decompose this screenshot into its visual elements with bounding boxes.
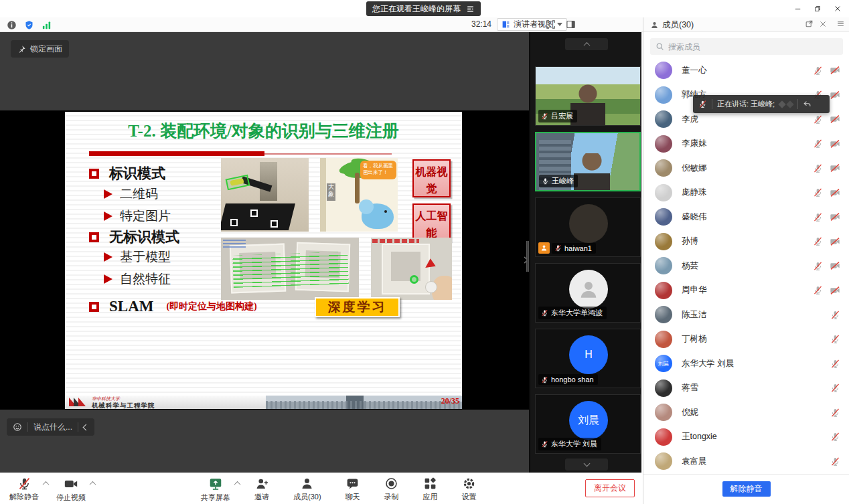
emoji-icon[interactable] bbox=[13, 422, 22, 432]
video-thumbnail[interactable]: 吕宏展 bbox=[535, 66, 641, 126]
member-row[interactable]: 王tongxie bbox=[643, 425, 849, 450]
record-button[interactable]: 录制 bbox=[384, 477, 399, 503]
leave-meeting-button[interactable]: 离开会议 bbox=[585, 479, 635, 497]
mic-muted-icon[interactable] bbox=[813, 139, 823, 149]
security-shield-icon[interactable] bbox=[24, 20, 34, 30]
member-row[interactable]: 蒋雪 bbox=[643, 376, 849, 401]
mic-muted-icon bbox=[541, 376, 548, 384]
slide-title: T-2. 装配环境/对象的识别与三维注册 bbox=[65, 120, 462, 142]
collapse-thumbnails-up-button[interactable] bbox=[565, 38, 608, 50]
member-row[interactable]: 袁富晨 bbox=[643, 449, 849, 474]
camera-off-icon[interactable] bbox=[830, 139, 840, 149]
member-row[interactable]: 丁树杨 bbox=[643, 327, 849, 352]
camera-off-icon[interactable] bbox=[830, 260, 840, 271]
reply-icon[interactable] bbox=[803, 100, 812, 108]
camera-off-icon[interactable] bbox=[830, 114, 840, 124]
share-options-chevron[interactable] bbox=[234, 481, 241, 488]
mic-muted-icon[interactable] bbox=[813, 261, 823, 271]
camera-off-icon[interactable] bbox=[830, 65, 840, 76]
mic-muted-icon[interactable] bbox=[813, 163, 823, 173]
quick-chat-entry[interactable]: 说点什么... bbox=[7, 418, 94, 436]
mic-muted-icon[interactable] bbox=[830, 456, 840, 467]
member-row[interactable]: 董一心 bbox=[643, 58, 849, 83]
member-row[interactable]: 杨芸 bbox=[643, 254, 849, 278]
minimize-button[interactable] bbox=[787, 0, 807, 17]
restore-button[interactable] bbox=[807, 0, 828, 17]
stop-video-button[interactable]: 停止视频 bbox=[56, 477, 86, 503]
panel-menu-icon[interactable] bbox=[836, 19, 845, 28]
camera-off-icon[interactable] bbox=[830, 285, 840, 296]
member-row[interactable]: 倪妮 bbox=[643, 400, 849, 425]
side-panel-toggle-icon[interactable] bbox=[566, 19, 576, 29]
mic-muted-icon[interactable] bbox=[813, 285, 823, 295]
avatar bbox=[655, 331, 672, 348]
arrow-bullet-icon bbox=[104, 274, 112, 284]
mic-muted-icon[interactable] bbox=[813, 236, 823, 246]
bullet-2: 无标识模式 bbox=[89, 228, 179, 246]
close-panel-icon[interactable] bbox=[819, 20, 827, 28]
member-row[interactable]: 陈玉洁 bbox=[643, 303, 849, 327]
mic-muted-icon[interactable] bbox=[830, 310, 840, 320]
chat-button[interactable]: 聊天 bbox=[345, 477, 360, 503]
member-row[interactable]: 刘晨 东华大学 刘晨 bbox=[643, 351, 849, 376]
search-input[interactable] bbox=[668, 42, 838, 52]
camera-off-icon[interactable] bbox=[830, 187, 840, 198]
member-row[interactable]: 李康妹 bbox=[643, 132, 849, 157]
camera-off-icon[interactable] bbox=[830, 212, 840, 222]
video-thumbnail[interactable]: 刘晨 东华大学 刘晨 bbox=[535, 394, 641, 454]
video-thumbnail[interactable]: H hongbo shan bbox=[535, 329, 641, 388]
mic-muted-icon[interactable] bbox=[830, 432, 840, 442]
label-artificial-intelligence: 人工智能 bbox=[412, 203, 451, 242]
network-signal-icon[interactable] bbox=[42, 20, 52, 30]
popout-panel-icon[interactable] bbox=[805, 19, 814, 28]
meeting-info-icon[interactable] bbox=[7, 20, 17, 30]
mic-muted-icon[interactable] bbox=[813, 187, 823, 197]
member-row[interactable]: 孙博 bbox=[643, 230, 849, 254]
member-row[interactable]: 周申华 bbox=[643, 278, 849, 303]
mic-muted-icon[interactable] bbox=[830, 359, 840, 369]
member-row[interactable]: 庞静珠 bbox=[643, 181, 849, 205]
unmute-button[interactable]: 解除静音 bbox=[722, 481, 771, 497]
watch-list-icon[interactable] bbox=[466, 5, 475, 13]
video-thumbnail[interactable]: 东华大学单鸿波 bbox=[535, 263, 641, 323]
member-row[interactable]: 倪敏娜 bbox=[643, 156, 849, 181]
camera-off-icon[interactable] bbox=[830, 163, 840, 173]
members-button[interactable]: 成员(30) bbox=[293, 477, 321, 503]
search-icon bbox=[655, 42, 664, 51]
member-name: 陈玉洁 bbox=[682, 309, 707, 321]
members-panel-footer: 解除静音 bbox=[643, 474, 849, 504]
mic-muted-icon[interactable] bbox=[830, 408, 840, 418]
mic-muted-icon[interactable] bbox=[830, 383, 840, 393]
avatar bbox=[655, 306, 672, 323]
arrow-bullet-icon bbox=[104, 252, 112, 262]
mic-muted-icon[interactable] bbox=[813, 212, 823, 222]
invite-button[interactable]: 邀请 bbox=[254, 477, 269, 503]
close-button[interactable] bbox=[828, 0, 848, 17]
member-search-box[interactable] bbox=[650, 38, 843, 55]
collapse-chat-icon[interactable] bbox=[83, 424, 90, 430]
detection-circle bbox=[410, 275, 418, 284]
unmute-audio-button[interactable]: 解除静音 bbox=[9, 477, 39, 503]
video-thumbnail[interactable]: 王峻峰 bbox=[535, 132, 641, 191]
avatar-initials: 刘晨 bbox=[578, 414, 599, 428]
camera-off-icon[interactable] bbox=[830, 90, 840, 100]
mic-muted-icon[interactable] bbox=[830, 334, 840, 344]
collapse-thumbnails-down-button[interactable] bbox=[565, 458, 608, 471]
chat-input-placeholder[interactable]: 说点什么... bbox=[33, 422, 72, 433]
member-name: 杨芸 bbox=[682, 260, 698, 272]
video-thumbnail[interactable]: haiwan1 bbox=[535, 197, 641, 257]
audio-options-chevron[interactable] bbox=[43, 481, 50, 488]
member-row[interactable]: 盛晓伟 bbox=[643, 205, 849, 230]
mic-muted-icon[interactable] bbox=[813, 66, 823, 76]
chevron-down-icon bbox=[557, 23, 562, 26]
view-mode-select[interactable]: 演讲者视图 bbox=[497, 18, 567, 31]
share-screen-button[interactable]: 共享屏幕 bbox=[201, 477, 230, 503]
member-name: 袁富晨 bbox=[682, 456, 707, 467]
video-options-chevron[interactable] bbox=[90, 481, 96, 488]
mic-muted-icon[interactable] bbox=[813, 114, 823, 124]
fullscreen-icon[interactable] bbox=[546, 19, 556, 29]
settings-button[interactable]: 设置 bbox=[462, 477, 477, 503]
apps-button[interactable]: 应用 bbox=[423, 477, 438, 503]
lock-view-button[interactable]: 锁定画面 bbox=[11, 40, 69, 58]
camera-off-icon[interactable] bbox=[830, 236, 840, 247]
